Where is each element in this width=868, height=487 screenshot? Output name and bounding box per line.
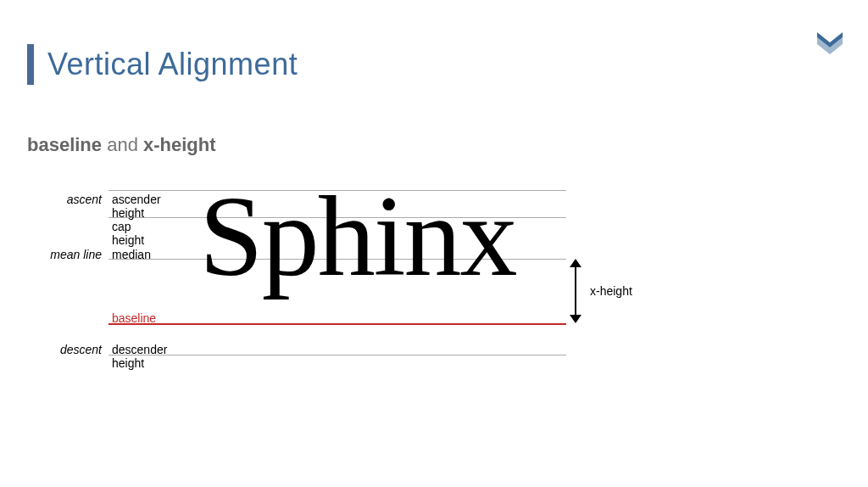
- subtitle-baseline: baseline: [27, 134, 102, 155]
- label-baseline: baseline: [112, 311, 156, 325]
- title-container: Vertical Alignment: [27, 44, 298, 85]
- label-cap-height: cap height: [112, 220, 144, 247]
- subtitle: baseline and x-height: [27, 134, 216, 156]
- label-descent: descent: [60, 343, 102, 356]
- corner-logo-icon: [817, 32, 843, 56]
- subtitle-and: and: [107, 134, 138, 155]
- sample-word: Sphinx: [199, 178, 515, 294]
- line-baseline: [108, 323, 566, 325]
- label-xheight: x-height: [590, 284, 632, 298]
- xheight-marker: x-height: [570, 259, 632, 323]
- label-ascender-height: ascender height: [112, 193, 161, 220]
- typography-diagram: ascent mean line descent ascender height…: [42, 195, 636, 361]
- line-descender: [108, 355, 566, 355]
- title-accent-bar: [27, 44, 34, 85]
- label-ascent: ascent: [67, 193, 102, 206]
- subtitle-xheight: x-height: [143, 134, 216, 155]
- xheight-arrows-icon: [570, 259, 581, 323]
- label-descender-height: descender height: [112, 343, 167, 370]
- label-meanline: mean line: [50, 248, 102, 261]
- slide-title: Vertical Alignment: [47, 47, 298, 82]
- label-median: median: [112, 248, 151, 261]
